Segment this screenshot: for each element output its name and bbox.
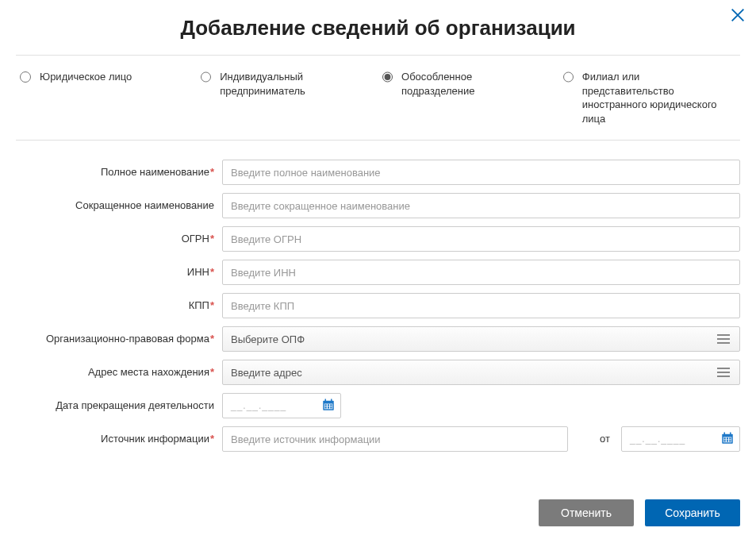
svg-rect-6 [328, 404, 329, 406]
svg-rect-19 [727, 440, 728, 441]
label-end-date: Дата прекращения деятельности [16, 393, 222, 412]
date-source-ot[interactable]: __.__.____ [621, 426, 740, 452]
save-button[interactable]: Сохранить [645, 499, 740, 526]
radio-unit-label: Обособленное подразделение [401, 70, 543, 98]
select-address[interactable]: Введите адрес [222, 360, 740, 385]
radio-foreign-label: Филиал или представительство иностранног… [582, 70, 724, 125]
input-full-name[interactable] [222, 160, 740, 185]
label-source: Источник информации* [16, 426, 222, 445]
svg-rect-13 [730, 432, 731, 434]
radio-foreign-branch[interactable]: Филиал или представительство иностранног… [559, 70, 740, 125]
date-end-mask: __.__.____ [231, 400, 321, 411]
label-full-name: Полное наименование* [16, 160, 222, 179]
radio-legal-label: Юридическое лицо [40, 70, 132, 84]
svg-rect-8 [325, 406, 327, 408]
label-ogrn: ОГРН* [16, 226, 222, 245]
input-source[interactable] [222, 426, 568, 452]
radio-separate-unit[interactable]: Обособленное подразделение [378, 70, 559, 125]
radio-ip-input[interactable] [201, 71, 211, 83]
svg-rect-15 [724, 437, 726, 439]
date-end-activity[interactable]: __.__.____ [222, 393, 341, 418]
svg-rect-20 [729, 440, 731, 441]
radio-individual-entrepreneur[interactable]: Индивидуальный предприниматель [197, 70, 378, 125]
select-address-placeholder: Введите адрес [231, 367, 302, 379]
modal-title: Добавление сведений об организации [16, 16, 740, 40]
calendar-icon[interactable] [321, 398, 336, 414]
menu-icon [717, 368, 731, 377]
close-icon [729, 6, 746, 24]
svg-rect-16 [727, 437, 728, 439]
label-address: Адрес места нахождения* [16, 360, 222, 379]
label-kpp: КПП* [16, 293, 222, 312]
radio-unit-input[interactable] [382, 71, 393, 83]
svg-rect-3 [331, 399, 332, 401]
svg-rect-5 [325, 404, 327, 406]
select-opf-placeholder: Выберите ОПФ [231, 333, 305, 345]
cancel-button[interactable]: Отменить [539, 499, 634, 526]
radio-legal-input[interactable] [20, 71, 31, 83]
input-kpp[interactable] [222, 293, 740, 318]
input-inn[interactable] [222, 260, 740, 285]
radio-foreign-input[interactable] [563, 71, 574, 83]
svg-rect-7 [330, 404, 332, 406]
label-opf: Организационно-правовая форма* [16, 326, 222, 345]
calendar-icon[interactable] [720, 431, 735, 448]
label-ot: от [568, 426, 621, 445]
modal-add-organization: Добавление сведений об организации Юриди… [0, 0, 756, 547]
svg-rect-12 [724, 432, 726, 434]
svg-rect-9 [328, 406, 329, 408]
svg-rect-2 [325, 399, 327, 401]
menu-icon [717, 334, 731, 344]
radio-legal-entity[interactable]: Юридическое лицо [16, 70, 197, 125]
radio-ip-label: Индивидуальный предприниматель [220, 70, 362, 98]
label-inn: ИНН* [16, 260, 222, 279]
input-short-name[interactable] [222, 193, 740, 218]
input-ogrn[interactable] [222, 226, 740, 252]
svg-rect-10 [330, 406, 332, 408]
close-button[interactable] [729, 6, 746, 26]
date-ot-mask: __.__.____ [630, 433, 720, 445]
select-opf[interactable]: Выберите ОПФ [222, 326, 740, 352]
label-short-name: Сокращенное наименование [16, 193, 222, 212]
org-type-radio-group: Юридическое лицо Индивидуальный предприн… [16, 56, 740, 140]
button-row: Отменить Сохранить [16, 468, 740, 526]
svg-rect-18 [724, 440, 726, 441]
svg-rect-17 [729, 437, 731, 439]
form-area: Полное наименование* Сокращенное наимено… [16, 141, 740, 468]
